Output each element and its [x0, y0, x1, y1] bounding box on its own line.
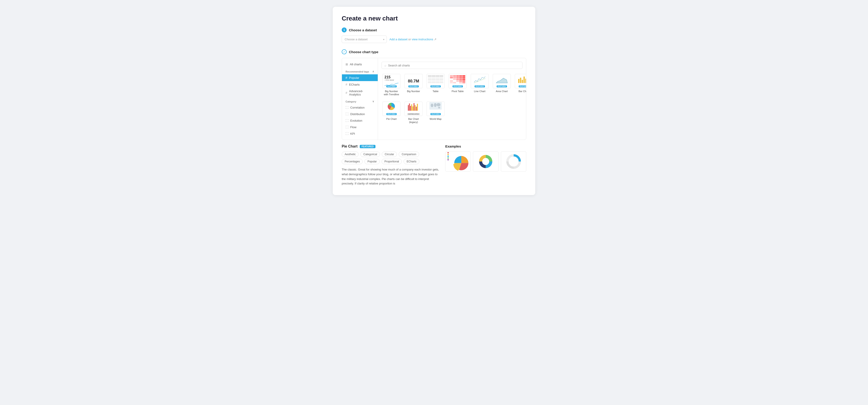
- chart-card-bar-legacy[interactable]: DEPRECATED Bar Chart(legacy): [404, 100, 424, 126]
- svg-point-35: [447, 154, 449, 155]
- chart-thumb-big-number-trendline: 215 +70% WoW FEATURED: [382, 74, 400, 88]
- svg-rect-21: [409, 104, 410, 111]
- tags-row: Aesthetic Categorical Circular Compariso…: [342, 152, 440, 164]
- search-icon: ⌕: [384, 63, 386, 67]
- badge-featured-worldmap: FEATURED: [430, 113, 441, 115]
- charts-grid-row1: 215 +70% WoW FEATURED Big Numberwith Tre…: [381, 73, 523, 98]
- chart-card-pivot[interactable]: FEATURED Pivot Table: [448, 73, 468, 98]
- svg-rect-20: [408, 105, 409, 111]
- chart-sidebar: ⊞ All charts Recommended tags ∧ # Popula…: [342, 58, 378, 140]
- svg-point-36: [447, 156, 449, 157]
- examples-section: Examples: [445, 144, 526, 186]
- svg-rect-3: [522, 80, 523, 83]
- tag-percentages[interactable]: Percentages: [342, 159, 363, 164]
- step1-badge: 1: [342, 27, 347, 32]
- correlation-icon: ⛶: [345, 106, 348, 109]
- step1-label: Choose a dataset: [349, 28, 377, 32]
- sidebar-item-popular[interactable]: # Popular: [342, 74, 378, 81]
- chart-card-line[interactable]: FEATURED Line Chart: [470, 73, 490, 98]
- chart-name-bar: Bar Chart: [519, 90, 526, 93]
- chart-card-pie[interactable]: FEATURED Pie Chart: [381, 100, 401, 126]
- svg-point-33: [438, 107, 440, 108]
- chart-detail-title: Pie Chart: [342, 144, 358, 148]
- badge-featured-bn: FEATURED: [408, 85, 419, 87]
- svg-point-41: [482, 158, 489, 165]
- dataset-link-text: Add a dataset or view instructions ↗: [390, 38, 436, 41]
- svg-rect-23: [411, 104, 412, 111]
- chart-thumb-line: FEATURED: [471, 74, 489, 88]
- hash-icon-advanced: #: [345, 91, 347, 95]
- badge-deprecated-bar: DEPRECATED: [407, 113, 420, 115]
- sidebar-item-kpi[interactable]: ⛶ KPI: [342, 131, 378, 137]
- dataset-select-wrapper[interactable]: Choose a dataset ▾: [342, 36, 387, 43]
- charts-panel: ⌕ 215 +70% WoW FEATURED: [378, 58, 526, 140]
- sidebar-item-distribution[interactable]: ⛶ Distribution: [342, 111, 378, 117]
- tag-echarts[interactable]: ECharts: [404, 159, 419, 164]
- svg-rect-28: [417, 104, 418, 111]
- charts-grid-row2: FEATURED Pie Chart: [381, 100, 523, 126]
- distribution-icon: ⛶: [345, 112, 348, 116]
- tag-circular[interactable]: Circular: [382, 152, 397, 157]
- chart-detail: Pie Chart FEATURED Aesthetic Categorical…: [342, 144, 440, 186]
- chart-thumb-pie: FEATURED: [382, 102, 400, 116]
- step1-row: 1 Choose a dataset: [342, 27, 526, 32]
- chart-thumb-bar-legacy: DEPRECATED: [404, 102, 423, 116]
- sidebar-item-flow[interactable]: ⛶ Flow: [342, 124, 378, 131]
- chart-name-bn: Big Number: [407, 90, 420, 93]
- badge-featured-bar: FEATURED: [519, 85, 526, 87]
- search-input[interactable]: [388, 64, 520, 67]
- recommended-tags-header[interactable]: Recommended tags ∧: [342, 68, 378, 74]
- chart-card-area[interactable]: FEATURED Area Chart: [492, 73, 512, 98]
- chart-name-pivot: Pivot Table: [452, 90, 464, 93]
- add-dataset-link[interactable]: Add a dataset: [390, 38, 407, 41]
- tag-popular[interactable]: Popular: [365, 159, 379, 164]
- tag-aesthetic[interactable]: Aesthetic: [342, 152, 359, 157]
- view-instructions-link[interactable]: view instructions: [412, 38, 433, 41]
- evolution-icon: ⛶: [345, 119, 348, 122]
- badge-featured-tbl: FEATURED: [430, 85, 441, 87]
- chart-name-pie: Pie Chart: [386, 117, 397, 120]
- sidebar-item-evolution[interactable]: ⛶ Evolution: [342, 117, 378, 124]
- page-title: Create a new chart: [342, 15, 526, 22]
- svg-point-31: [431, 104, 433, 107]
- sidebar-item-correlation[interactable]: ⛶ Correlation: [342, 104, 378, 111]
- step2-label: Choose chart type: [349, 50, 378, 54]
- chart-detail-header: Pie Chart FEATURED: [342, 144, 440, 148]
- chart-description: The classic. Great for showing how much …: [342, 167, 440, 186]
- chart-card-bar[interactable]: FEATURED Bar Chart: [514, 73, 526, 98]
- chart-card-big-number-trendline[interactable]: 215 +70% WoW FEATURED Big Numberwith Tre…: [381, 73, 401, 98]
- svg-rect-1: [518, 79, 520, 83]
- tag-proportional[interactable]: Proportional: [381, 159, 402, 164]
- svg-marker-0: [496, 78, 507, 83]
- tag-comparison[interactable]: Comparison: [399, 152, 419, 157]
- search-bar[interactable]: ⌕: [381, 62, 523, 69]
- chevron-down-icon-cat: ∨: [372, 100, 374, 103]
- badge-featured-pie: FEATURED: [386, 113, 397, 115]
- badge-featured-bnt: FEATURED: [386, 85, 397, 87]
- tag-categorical[interactable]: Categorical: [361, 152, 380, 157]
- svg-point-38: [447, 159, 449, 161]
- example-thumb-3[interactable]: [501, 151, 526, 172]
- category-header[interactable]: Category ∨: [342, 98, 378, 104]
- example-thumb-2[interactable]: [473, 151, 498, 172]
- chart-thumb-bar: FEATURED: [515, 74, 526, 88]
- example-thumb-1[interactable]: [445, 151, 471, 172]
- dataset-select[interactable]: Choose a dataset: [342, 36, 387, 43]
- main-card: Create a new chart 1 Choose a dataset Ch…: [333, 7, 535, 195]
- chart-card-big-number[interactable]: 80.7M FEATURED Big Number: [404, 73, 424, 98]
- chart-name-bar-legacy: Bar Chart(legacy): [408, 117, 419, 124]
- chart-name-world-map: World Map: [430, 117, 442, 120]
- sidebar-all-charts[interactable]: ⊞ All charts: [342, 61, 378, 68]
- chart-name-area: Area Chart: [496, 90, 507, 93]
- sidebar-item-advanced-analytics[interactable]: # Advanced-Analytics: [342, 88, 378, 98]
- examples-title: Examples: [445, 144, 526, 148]
- chart-name-bnt: Big Numberwith Trendline: [384, 90, 399, 96]
- sidebar-item-echarts[interactable]: # ECharts: [342, 81, 378, 88]
- svg-rect-24: [412, 106, 413, 111]
- examples-grid: [445, 151, 526, 172]
- svg-rect-4: [524, 77, 525, 83]
- chart-card-table[interactable]: FEATURED Table: [426, 73, 445, 98]
- chart-card-world-map[interactable]: FEATURED World Map: [426, 100, 445, 126]
- svg-point-34: [447, 152, 449, 153]
- badge-featured-area: FEATURED: [497, 85, 507, 87]
